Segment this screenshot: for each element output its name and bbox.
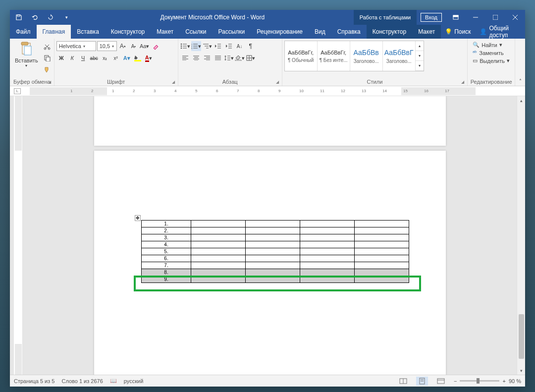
tab-layout[interactable]: Макет: [151, 25, 179, 39]
table-cell[interactable]: [300, 276, 355, 283]
table-cell[interactable]: [300, 241, 355, 248]
numbering-icon[interactable]: 123▾: [191, 41, 201, 51]
table-cell[interactable]: [355, 255, 409, 262]
table-cell[interactable]: [191, 221, 246, 227]
scroll-down-icon[interactable]: ▾: [517, 366, 525, 375]
cut-icon[interactable]: [42, 42, 52, 52]
change-case-icon[interactable]: Aa▾: [140, 41, 150, 51]
word-count[interactable]: Слово 1 из 2676: [61, 378, 103, 384]
align-justify-icon[interactable]: [213, 53, 223, 63]
style-heading1[interactable]: АаБбВвЗаголово...: [350, 41, 383, 71]
tab-references[interactable]: Ссылки: [179, 25, 212, 39]
shading-icon[interactable]: ▾: [235, 53, 245, 63]
collapse-ribbon-icon[interactable]: ˄: [515, 39, 525, 86]
table-cell[interactable]: 6.: [142, 255, 191, 262]
table-cell[interactable]: [300, 227, 355, 234]
page-previous[interactable]: [94, 96, 446, 146]
align-center-icon[interactable]: [191, 53, 201, 63]
table-cell[interactable]: [300, 234, 355, 241]
page-current[interactable]: ✥ 1.2.3.4.5.6.7.8.9.: [94, 151, 446, 375]
table-cell[interactable]: [191, 269, 246, 276]
table-cell[interactable]: [246, 262, 300, 269]
line-spacing-icon[interactable]: ▾: [224, 53, 234, 63]
spellcheck-icon[interactable]: 📖: [110, 378, 117, 384]
tab-help[interactable]: Справка: [331, 25, 367, 39]
shrink-font-icon[interactable]: A▾: [129, 41, 139, 51]
font-color-icon[interactable]: A▾: [144, 53, 154, 63]
align-left-icon[interactable]: [180, 53, 190, 63]
table-move-handle[interactable]: ✥: [135, 215, 141, 221]
ruler-vertical[interactable]: [14, 96, 23, 375]
table-cell[interactable]: [191, 276, 246, 283]
table-cell[interactable]: [355, 248, 409, 255]
maximize-button[interactable]: [485, 10, 505, 25]
table-row[interactable]: 3.: [142, 234, 409, 241]
multilevel-icon[interactable]: ▾: [202, 41, 212, 51]
table-cell[interactable]: 1.: [142, 221, 191, 227]
tab-review[interactable]: Рецензирование: [251, 25, 309, 39]
ribbon-display-icon[interactable]: [446, 10, 466, 25]
table-row[interactable]: 9.: [142, 276, 409, 283]
font-size-combo[interactable]: 10,5▾: [97, 41, 117, 51]
zoom-level[interactable]: 90 %: [509, 378, 521, 384]
bold-button[interactable]: Ж: [56, 53, 66, 63]
tab-file[interactable]: Файл: [10, 25, 37, 39]
format-painter-icon[interactable]: [42, 64, 52, 74]
borders-icon[interactable]: ▾: [246, 53, 256, 63]
subscript-button[interactable]: x₂: [100, 53, 110, 63]
table-cell[interactable]: [246, 276, 300, 283]
increase-indent-icon[interactable]: [224, 41, 234, 51]
page-status[interactable]: Страница 5 из 5: [14, 378, 54, 384]
minimize-button[interactable]: [466, 10, 485, 25]
table-row[interactable]: 4.: [142, 241, 409, 248]
table-cell[interactable]: [300, 221, 355, 227]
select-button[interactable]: ▭Выделить ▾: [473, 57, 510, 64]
styles-gallery[interactable]: АаБбВвГг,¶ Обычный АаБбВвГг,¶ Без инте..…: [284, 41, 424, 71]
find-button[interactable]: 🔍Найти ▾: [473, 42, 510, 48]
ruler-horizontal[interactable]: L 121234567891011121314151617: [10, 86, 525, 96]
table-cell[interactable]: [355, 221, 409, 227]
zoom-slider[interactable]: [460, 380, 499, 382]
table-cell[interactable]: [355, 276, 409, 283]
table-cell[interactable]: [246, 227, 300, 234]
login-button[interactable]: Вход: [421, 13, 442, 22]
table-cell[interactable]: 2.: [142, 227, 191, 234]
tab-selector[interactable]: L: [14, 88, 21, 94]
bullets-icon[interactable]: ▾: [180, 41, 190, 51]
table-cell[interactable]: [246, 221, 300, 227]
tab-view[interactable]: Вид: [309, 25, 331, 39]
highlight-icon[interactable]: [133, 53, 143, 63]
table-cell[interactable]: [246, 248, 300, 255]
table-cell[interactable]: [191, 234, 246, 241]
table-row[interactable]: 2.: [142, 227, 409, 234]
table-row[interactable]: 8.: [142, 269, 409, 276]
replace-button[interactable]: ᵃᵇЗаменить: [473, 50, 510, 56]
table-cell[interactable]: [355, 262, 409, 269]
strike-button[interactable]: abc: [89, 53, 99, 63]
clear-format-icon[interactable]: [151, 41, 160, 51]
text-effects-icon[interactable]: A▾: [122, 53, 132, 63]
paste-button[interactable]: Вставить ▾: [12, 40, 41, 69]
table-cell[interactable]: [355, 234, 409, 241]
table-cell[interactable]: [191, 262, 246, 269]
scrollbar-vertical[interactable]: ▴ ▾: [517, 96, 525, 375]
sort-icon[interactable]: A↓: [235, 41, 245, 51]
qat-more-icon[interactable]: ▾: [61, 12, 71, 22]
table-cell[interactable]: [191, 227, 246, 234]
read-mode-icon[interactable]: [397, 377, 409, 386]
print-layout-icon[interactable]: [416, 377, 428, 386]
table-cell[interactable]: [355, 269, 409, 276]
table-cell[interactable]: [191, 241, 246, 248]
table-row[interactable]: 7.: [142, 262, 409, 269]
table-cell[interactable]: [300, 255, 355, 262]
tab-table-designer[interactable]: Конструктор: [367, 25, 412, 39]
font-name-combo[interactable]: Helvetica▾: [56, 41, 96, 51]
tab-insert[interactable]: Вставка: [71, 25, 105, 39]
decrease-indent-icon[interactable]: [213, 41, 223, 51]
style-normal[interactable]: АаБбВвГг,¶ Обычный: [285, 41, 318, 71]
table-row[interactable]: 5.: [142, 248, 409, 255]
styles-more[interactable]: ▴▾▾: [416, 41, 424, 71]
table-cell[interactable]: [246, 269, 300, 276]
tab-home[interactable]: Главная: [37, 25, 71, 39]
table-cell[interactable]: [246, 234, 300, 241]
